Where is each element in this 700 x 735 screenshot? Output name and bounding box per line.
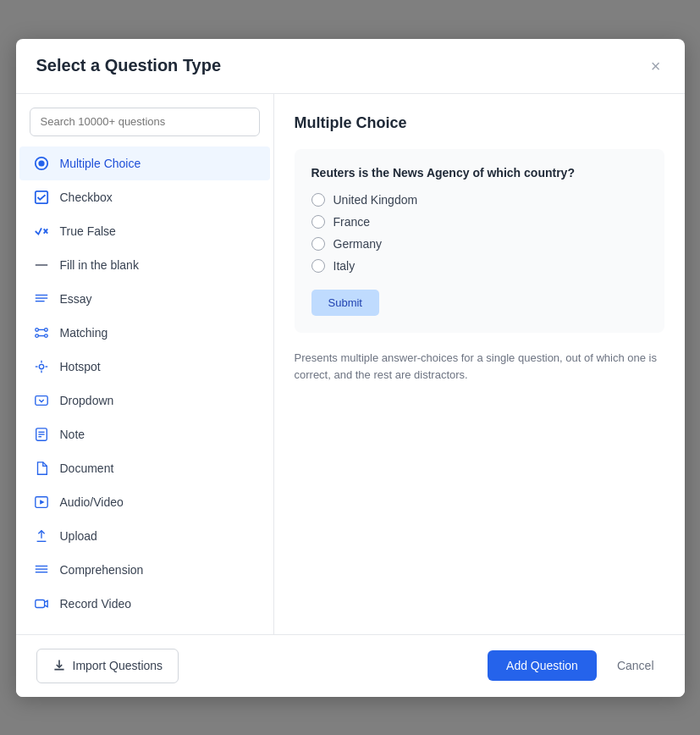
svg-point-14 bbox=[44, 334, 47, 337]
sidebar-item-upload[interactable]: Upload bbox=[19, 519, 270, 553]
sidebar-label-record-video: Record Video bbox=[60, 597, 132, 611]
svg-point-11 bbox=[35, 328, 38, 331]
sidebar-item-matching[interactable]: Matching bbox=[19, 316, 270, 350]
sidebar-item-true-false[interactable]: True False bbox=[19, 214, 270, 248]
option-label-3: Italy bbox=[333, 259, 356, 273]
submit-button[interactable]: Submit bbox=[311, 290, 379, 316]
cancel-button[interactable]: Cancel bbox=[607, 650, 664, 681]
sidebar-item-fill-blank[interactable]: Fill in the blank bbox=[19, 248, 270, 282]
svg-rect-33 bbox=[35, 600, 44, 607]
sidebar-label-multiple-choice: Multiple Choice bbox=[60, 157, 141, 170]
option-label-2: Germany bbox=[333, 237, 383, 251]
hotspot-icon bbox=[33, 358, 50, 375]
import-icon bbox=[52, 658, 66, 674]
sidebar-item-hotspot[interactable]: Hotspot bbox=[19, 350, 270, 384]
svg-marker-28 bbox=[40, 500, 44, 504]
option-item-3: Italy bbox=[311, 259, 648, 273]
sidebar: Multiple Choice Checkbox bbox=[16, 94, 274, 634]
fill-blank-icon bbox=[33, 257, 50, 274]
add-question-button[interactable]: Add Question bbox=[488, 650, 597, 681]
modal-footer: Import Questions Add Question Cancel bbox=[16, 634, 685, 697]
sidebar-label-essay: Essay bbox=[60, 292, 92, 306]
option-label-1: France bbox=[333, 215, 371, 229]
sidebar-label-note: Note bbox=[60, 428, 85, 441]
checkbox-icon bbox=[33, 189, 50, 206]
import-label: Import Questions bbox=[73, 659, 163, 672]
footer-right: Add Question Cancel bbox=[488, 650, 664, 681]
sidebar-label-hotspot: Hotspot bbox=[60, 360, 101, 373]
sidebar-item-comprehension[interactable]: Comprehension bbox=[19, 553, 270, 587]
svg-point-3 bbox=[38, 160, 44, 166]
sidebar-label-comprehension: Comprehension bbox=[60, 563, 144, 577]
upload-icon bbox=[33, 528, 50, 544]
option-list: United Kingdom France Germany Italy bbox=[311, 193, 648, 273]
radio-icon bbox=[33, 155, 50, 172]
search-input[interactable] bbox=[41, 115, 242, 128]
close-button[interactable]: × bbox=[648, 54, 664, 78]
sidebar-item-multiple-choice[interactable]: Multiple Choice bbox=[19, 146, 270, 180]
play-icon bbox=[33, 494, 50, 511]
sidebar-item-audio-video[interactable]: Audio/Video bbox=[19, 485, 270, 519]
option-radio-0[interactable] bbox=[311, 193, 325, 207]
comprehension-icon bbox=[33, 561, 50, 578]
essay-icon bbox=[33, 290, 50, 307]
option-radio-2[interactable] bbox=[311, 237, 325, 251]
option-item-1: France bbox=[311, 215, 648, 229]
sidebar-item-essay[interactable]: Essay bbox=[19, 282, 270, 316]
option-radio-1[interactable] bbox=[311, 215, 325, 229]
sidebar-label-true-false: True False bbox=[60, 224, 116, 238]
sidebar-label-document: Document bbox=[60, 461, 114, 475]
sidebar-item-note[interactable]: Note bbox=[19, 417, 270, 451]
search-box bbox=[30, 108, 260, 136]
question-text: Reuters is the News Agency of which coun… bbox=[311, 166, 648, 180]
sidebar-item-record-video[interactable]: Record Video bbox=[19, 587, 270, 621]
modal-header: Select a Question Type × bbox=[16, 39, 685, 94]
import-questions-button[interactable]: Import Questions bbox=[36, 649, 179, 683]
option-item-2: Germany bbox=[311, 237, 648, 251]
modal: Select a Question Type × bbox=[16, 39, 685, 697]
sidebar-item-checkbox[interactable]: Checkbox bbox=[19, 180, 270, 214]
record-video-icon bbox=[33, 595, 50, 612]
sidebar-label-fill-blank: Fill in the blank bbox=[60, 258, 139, 272]
content-title: Multiple Choice bbox=[295, 114, 664, 132]
matching-icon bbox=[33, 324, 50, 341]
sidebar-label-upload: Upload bbox=[60, 529, 97, 543]
modal-body: Multiple Choice Checkbox bbox=[16, 94, 685, 634]
option-radio-3[interactable] bbox=[311, 259, 325, 273]
dropdown-icon bbox=[33, 392, 50, 409]
option-label-0: United Kingdom bbox=[333, 193, 418, 207]
content-area: Multiple Choice Reuters is the News Agen… bbox=[274, 94, 685, 634]
sidebar-label-dropdown: Dropdown bbox=[60, 394, 114, 407]
sidebar-label-matching: Matching bbox=[60, 326, 108, 340]
modal-title: Select a Question Type bbox=[36, 56, 222, 75]
description-text: Presents multiple answer-choices for a s… bbox=[295, 350, 664, 385]
svg-point-12 bbox=[35, 334, 38, 337]
note-icon bbox=[33, 426, 50, 443]
sidebar-item-dropdown[interactable]: Dropdown bbox=[19, 384, 270, 417]
svg-point-13 bbox=[44, 328, 47, 331]
sidebar-label-checkbox: Checkbox bbox=[60, 191, 113, 204]
svg-rect-22 bbox=[35, 395, 47, 405]
document-icon bbox=[33, 460, 50, 477]
truefalse-icon bbox=[33, 223, 50, 240]
option-item-0: United Kingdom bbox=[311, 193, 648, 207]
sidebar-label-audio-video: Audio/Video bbox=[60, 495, 124, 509]
question-preview: Reuters is the News Agency of which coun… bbox=[295, 149, 664, 333]
sidebar-item-document[interactable]: Document bbox=[19, 451, 270, 485]
svg-point-17 bbox=[39, 364, 43, 368]
